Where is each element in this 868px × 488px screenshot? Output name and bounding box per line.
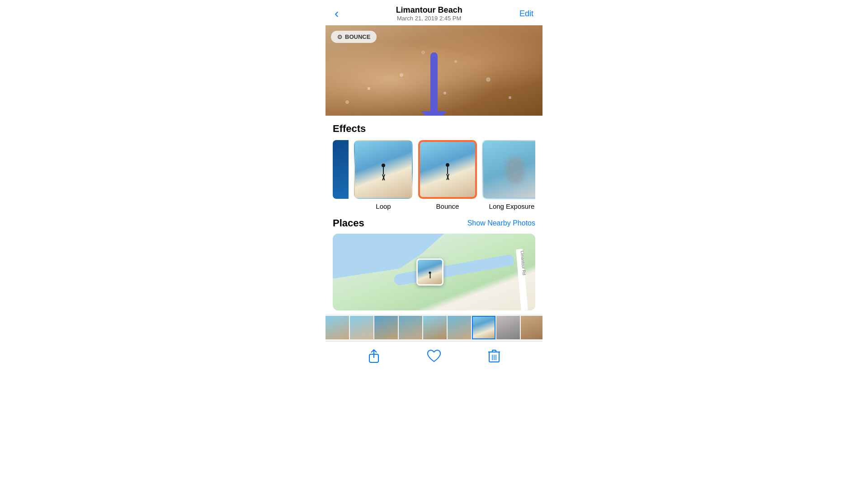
- film-thumb-2[interactable]: [350, 316, 373, 339]
- runner-body: [383, 166, 384, 174]
- film-thumb-9[interactable]: [521, 316, 542, 339]
- back-button[interactable]: ‹: [335, 7, 339, 20]
- bottom-toolbar: [326, 341, 542, 371]
- share-icon: [368, 349, 380, 363]
- delete-button[interactable]: [487, 349, 501, 363]
- effect-label-bounce: Bounce: [436, 202, 459, 210]
- effects-list: Loop Bounce: [333, 140, 535, 210]
- runner-legs: [382, 174, 385, 181]
- map-pin-photo: [418, 260, 442, 284]
- film-thumb-7-selected[interactable]: [472, 316, 495, 339]
- effect-label-longexposure: Long Exposure: [489, 202, 535, 210]
- film-thumb-1[interactable]: [326, 316, 349, 339]
- effect-partial-live: [333, 140, 349, 199]
- film-thumb-8[interactable]: [496, 316, 520, 339]
- badge-icon: ⊙: [337, 33, 342, 40]
- photo-date: March 21, 2019 2:45 PM: [396, 15, 462, 22]
- places-title: Places: [333, 217, 364, 229]
- effect-thumb-bounce[interactable]: [418, 140, 477, 199]
- film-thumb-5[interactable]: [423, 316, 447, 339]
- arrow-head: [421, 111, 447, 116]
- effect-thumb-loop[interactable]: [354, 140, 413, 199]
- effect-label-loop: Loop: [376, 202, 391, 210]
- film-thumb-4[interactable]: [399, 316, 422, 339]
- photo-title: Limantour Beach: [396, 5, 462, 15]
- effects-section: Effects Loop: [326, 116, 542, 214]
- runner-legs-b: [446, 174, 449, 180]
- edit-button[interactable]: Edit: [519, 9, 533, 19]
- effects-title: Effects: [333, 123, 535, 135]
- places-header: Places Show Nearby Photos: [326, 214, 542, 234]
- map-view[interactable]: Limantour Rd: [333, 234, 535, 310]
- runner-bounce: [446, 163, 449, 180]
- effect-item-bounce[interactable]: Bounce: [418, 140, 477, 210]
- trash-icon: [488, 349, 500, 363]
- pin-runner-body: [429, 274, 430, 278]
- header-center: Limantour Beach March 21, 2019 2:45 PM: [396, 5, 462, 22]
- show-nearby-button[interactable]: Show Nearby Photos: [467, 219, 535, 227]
- arrow-shaft: [430, 52, 438, 111]
- share-button[interactable]: [367, 349, 381, 363]
- map-pin-runner: [429, 272, 431, 278]
- effect-item-loop[interactable]: Loop: [354, 140, 413, 210]
- runner-loop: [382, 164, 385, 181]
- header: ‹ Limantour Beach March 21, 2019 2:45 PM…: [326, 0, 542, 25]
- phone-frame: ‹ Limantour Beach March 21, 2019 2:45 PM…: [326, 0, 542, 371]
- effect-thumb-longexp[interactable]: [482, 140, 535, 199]
- heart-icon: [427, 349, 441, 363]
- map-background: Limantour Rd: [333, 234, 535, 310]
- badge-label: BOUNCE: [345, 33, 370, 40]
- main-photo: ⊙ BOUNCE: [326, 25, 542, 116]
- effect-item-longexposure[interactable]: Long Exposure: [482, 140, 535, 210]
- photo-content: ⊙ BOUNCE: [326, 25, 542, 116]
- runner-body-b: [447, 166, 448, 174]
- bounce-badge: ⊙ BOUNCE: [331, 31, 377, 43]
- runner-blurred: [506, 157, 524, 184]
- filmstrip: [326, 314, 542, 341]
- like-button[interactable]: [427, 349, 441, 363]
- map-photo-pin[interactable]: [416, 258, 443, 286]
- film-thumb-3[interactable]: [374, 316, 398, 339]
- film-thumb-6[interactable]: [448, 316, 471, 339]
- annotation-arrow: [421, 52, 447, 116]
